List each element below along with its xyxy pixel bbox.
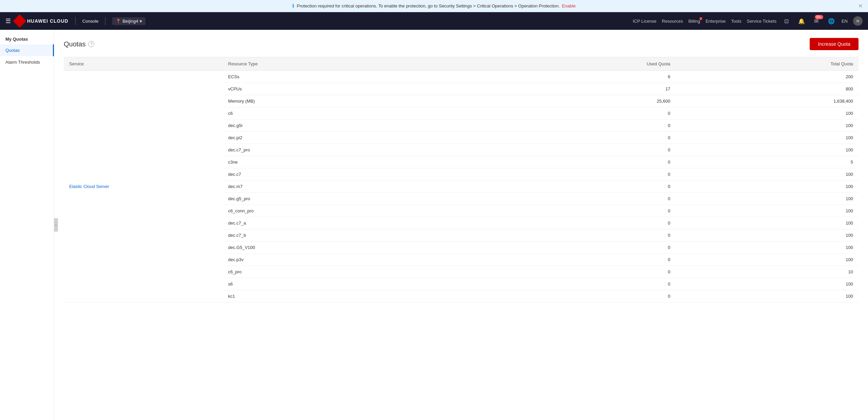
used-quota-cell: 0 — [501, 229, 676, 241]
page-title-area: Quotas ? — [64, 40, 94, 48]
message-badge: 99+ — [815, 15, 823, 19]
total-quota-cell: 100 — [676, 168, 859, 181]
total-quota-cell: 100 — [676, 193, 859, 205]
enterprise-link[interactable]: Enterprise — [706, 19, 726, 24]
region-selector[interactable]: 📍 Beijing4 ▾ — [112, 17, 145, 25]
used-quota-cell: 0 — [501, 254, 676, 266]
total-quota-cell: 100 — [676, 217, 859, 229]
resource-type-cell: c6_pro — [223, 266, 501, 278]
total-quota-cell: 100 — [676, 229, 859, 241]
notif-message: Protection required for critical operati… — [297, 3, 560, 8]
icp-license-link[interactable]: ICP License — [633, 19, 656, 24]
app-layout: My Quotas Quotas Alarm Thresholds ‹ Quot… — [0, 30, 868, 420]
page-title: Quotas — [64, 40, 85, 48]
resource-type-cell: c6_conn_pro — [223, 205, 501, 217]
resource-type-column-header: Resource Type — [223, 57, 501, 71]
total-quota-cell: 100 — [676, 132, 859, 144]
language-label[interactable]: EN — [842, 19, 848, 24]
notification-bar: ℹ Protection required for critical opera… — [0, 0, 868, 12]
huawei-logo-icon — [13, 14, 26, 28]
region-label: Beijing4 — [122, 19, 138, 24]
total-quota-cell: 100 — [676, 290, 859, 302]
total-quota-column-header: Total Quota — [676, 57, 859, 71]
screen-icon[interactable]: ⊡ — [782, 16, 791, 26]
resources-link[interactable]: Resources — [662, 19, 683, 24]
resource-type-cell: dec.c7_a — [223, 217, 501, 229]
info-icon: ℹ — [292, 3, 294, 8]
used-quota-cell: 25,600 — [501, 95, 676, 107]
location-pin-icon: 📍 — [116, 19, 121, 24]
total-quota-cell: 800 — [676, 83, 859, 95]
used-quota-cell: 0 — [501, 181, 676, 193]
resource-type-cell: vCPUs — [223, 83, 501, 95]
globe-icon[interactable]: 🌐 — [827, 16, 836, 26]
total-quota-cell: 100 — [676, 241, 859, 254]
total-quota-cell: 100 — [676, 205, 859, 217]
resource-type-cell: dec.pi2 — [223, 132, 501, 144]
bell-icon[interactable]: 🔔 — [797, 16, 806, 26]
page-header: Quotas ? Increase Quota — [64, 38, 859, 50]
resource-type-cell: dec.c7_pro — [223, 144, 501, 156]
resource-type-cell: dec.c7_b — [223, 229, 501, 241]
used-quota-cell: 0 — [501, 156, 676, 168]
total-quota-cell: 100 — [676, 120, 859, 132]
billing-link[interactable]: Billing — [688, 19, 700, 24]
used-quota-cell: 6 — [501, 71, 676, 83]
close-notification-button[interactable]: ✕ — [858, 3, 863, 9]
total-quota-cell: 200 — [676, 71, 859, 83]
resource-type-cell: dec.m7 — [223, 181, 501, 193]
table-row: Elastic Cloud ServerECSs6200 — [64, 71, 859, 83]
brand-name: HUAWEI CLOUD — [27, 18, 68, 24]
total-quota-cell: 100 — [676, 107, 859, 120]
used-quota-cell: 0 — [501, 290, 676, 302]
total-quota-cell: 1,638,400 — [676, 95, 859, 107]
help-icon[interactable]: ? — [88, 41, 94, 47]
used-quota-cell: 0 — [501, 241, 676, 254]
sidebar: My Quotas Quotas Alarm Thresholds ‹ — [0, 30, 54, 420]
resource-type-cell: dec.G5_V100 — [223, 241, 501, 254]
used-quota-cell: 0 — [501, 144, 676, 156]
total-quota-cell: 100 — [676, 254, 859, 266]
notifications-wrapper: 🔔 — [797, 16, 806, 26]
used-quota-cell: 0 — [501, 205, 676, 217]
resource-type-cell: dec.c7 — [223, 168, 501, 181]
service-cell[interactable]: Elastic Cloud Server — [64, 71, 223, 302]
logo-area: HUAWEI CLOUD — [15, 16, 68, 26]
service-column-header: Service — [64, 57, 223, 71]
enable-link[interactable]: Enable — [562, 3, 575, 8]
resource-type-cell: dec.g5r — [223, 120, 501, 132]
sidebar-collapse-button[interactable]: ‹ — [54, 218, 58, 232]
resource-type-cell: c6 — [223, 107, 501, 120]
used-quota-cell: 0 — [501, 107, 676, 120]
total-quota-cell: 100 — [676, 181, 859, 193]
used-quota-cell: 17 — [501, 83, 676, 95]
user-avatar[interactable]: H — [853, 16, 863, 26]
hamburger-menu-icon[interactable]: ☰ — [5, 17, 11, 25]
used-quota-cell: 0 — [501, 193, 676, 205]
resource-type-cell: ECSs — [223, 71, 501, 83]
total-quota-cell: 5 — [676, 156, 859, 168]
used-quota-cell: 0 — [501, 266, 676, 278]
sidebar-item-quotas[interactable]: Quotas — [0, 44, 54, 56]
used-quota-cell: 0 — [501, 278, 676, 290]
resource-type-cell: dec.p3v — [223, 254, 501, 266]
used-quota-cell: 0 — [501, 217, 676, 229]
sidebar-title: My Quotas — [0, 33, 54, 44]
total-quota-cell: 10 — [676, 266, 859, 278]
service-tickets-link[interactable]: Service Tickets — [747, 19, 776, 24]
main-content: Quotas ? Increase Quota Service Resource… — [54, 30, 868, 420]
chevron-down-icon: ▾ — [140, 19, 142, 24]
resource-type-cell: dec.g5_pro — [223, 193, 501, 205]
resource-type-cell: c3ne — [223, 156, 501, 168]
total-quota-cell: 100 — [676, 144, 859, 156]
sidebar-item-alarm-thresholds[interactable]: Alarm Thresholds — [0, 56, 54, 68]
console-link[interactable]: Console — [82, 19, 99, 24]
increase-quota-button[interactable]: Increase Quota — [810, 38, 859, 50]
navbar-divider-2 — [105, 17, 105, 25]
tools-link[interactable]: Tools — [731, 19, 741, 24]
total-quota-cell: 100 — [676, 278, 859, 290]
messages-wrapper: ✉ 99+ — [812, 16, 821, 26]
resource-type-cell: s6 — [223, 278, 501, 290]
used-quota-cell: 0 — [501, 168, 676, 181]
resource-type-cell: kc1 — [223, 290, 501, 302]
